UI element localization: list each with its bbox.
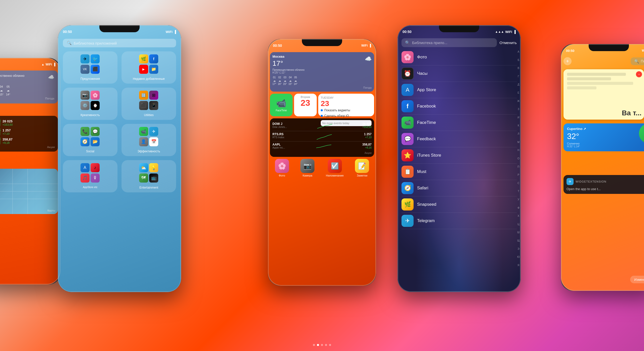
weather-widget-5: Cupertino ➚ 32° Солнечно H:31° L:14° ☀️ <box>564 123 644 151</box>
folder-label-8: Entertainment <box>139 186 158 189</box>
list-item-photos[interactable]: 🌸 Фото <box>401 49 517 65</box>
facebook-list-icon: f <box>401 100 414 112</box>
feedback-list-icon: 💬 <box>401 133 414 145</box>
dot-4[interactable] <box>325 344 327 346</box>
wifi-icon-2: WiFi <box>166 30 172 34</box>
search-text-4: Библиотека прило... <box>412 41 447 45</box>
folder-suggestions[interactable]: ✈ 🐦 VK ⬛ Предложения <box>63 51 117 84</box>
list-item-facetime[interactable]: 📹 FaceTime <box>401 115 517 131</box>
list-item-feedback[interactable]: 💬 Feedback <box>401 131 517 147</box>
must-list-name: Must <box>417 169 426 174</box>
feedback-list-name: Feedback <box>417 136 436 142</box>
reminders-icon-3[interactable]: ☑️ <box>328 159 342 173</box>
stock-change-1: +153,50 <box>3 123 13 126</box>
camera-icon-3[interactable]: 📷 <box>300 159 314 173</box>
calendar-num-3: 23 <box>301 98 310 107</box>
search-bar-5[interactable]: 🔍 Поиск <box>631 57 644 65</box>
icon-appstore-2: A <box>80 163 90 172</box>
folder-appstore[interactable]: A ♪ 🎵 🎙 AppStore etc <box>63 160 117 192</box>
time-2: 00:50 <box>63 30 72 34</box>
icon-files-2: 📂 <box>91 137 100 146</box>
plus-button-5[interactable]: + <box>564 57 572 65</box>
wifi-icon-4: WiFi <box>505 30 512 34</box>
folder-creativity[interactable]: 📷 🌸 ⚙️ ⌚ Креативность <box>63 88 117 120</box>
phone-5: 00:50 WiFi ▐ + 🔍 Поиск − Ва т... <box>561 44 644 291</box>
folder-social[interactable]: 📞 💬 🧭 📂 Social <box>63 124 117 156</box>
weather-desc-5: Солнечно <box>567 142 586 145</box>
dot-3[interactable] <box>321 344 323 346</box>
list-item-must[interactable]: 📋 Must <box>401 164 517 180</box>
notes-close-5[interactable]: − <box>636 71 642 77</box>
app-list-search-4[interactable]: 🔍 Библиотека прило... <box>401 38 497 47</box>
list-item-appstore[interactable]: A App Store <box>401 82 517 98</box>
cloud-icon-3: ☁️ <box>365 56 372 62</box>
reminders-label-3: Напоминания <box>326 174 344 177</box>
notch-2 <box>99 25 140 32</box>
telegram-widget-5: ✈ WIDGETEXTENSION Open the app to use t.… <box>564 175 644 194</box>
calendar-events-3: TUESDAY 23 Показать виджеты Сделать обзо… <box>318 94 374 116</box>
icon-util3: ⬛ <box>139 101 148 110</box>
list-item-telegram[interactable]: ✈ Telegram <box>401 213 517 229</box>
facetime-list-icon: 📹 <box>401 117 414 129</box>
app-library-search-2[interactable]: 🔍 Библиотека приложений <box>63 39 176 47</box>
weather-desc-3: Преимущественно облачно <box>272 68 372 71</box>
folder-label-1: Предложения <box>80 77 100 81</box>
folder-recent[interactable]: 🌿 f ▶ 📁 Недавно добавленные <box>122 51 176 84</box>
folder-entertainment[interactable]: ⛅ 💡 🗺 📺 Entertainment <box>122 160 176 192</box>
icon-photos-2: 🌸 <box>91 91 100 100</box>
weather-city-3: Москва <box>272 55 284 58</box>
icon-facetime-2: 📹 <box>139 127 148 136</box>
list-item-clock[interactable]: ⏰ Часы <box>401 65 517 82</box>
edit-button-5[interactable]: Изменить <box>630 276 644 283</box>
notes-icon-3[interactable]: 📝 <box>355 159 369 173</box>
icon-tv-2: 📺 <box>149 173 158 183</box>
icon-messages: 💬 <box>91 127 100 136</box>
list-item-itunes[interactable]: ⭐ iTunes Store <box>401 147 517 164</box>
folder-label-3: Креативность <box>80 113 100 117</box>
telegram-list-icon: ✈ <box>401 215 414 227</box>
stocks-footer-1: Акции <box>0 146 55 149</box>
folder-utilities[interactable]: 🔢 ⊞ ⬛ 📱 Utilities <box>122 88 176 120</box>
folder-productivity[interactable]: 📹 ✈ 👤 📅 Эффективность <box>122 124 176 156</box>
folder-label-6: Эффективность <box>137 150 160 153</box>
stock-val-2: 1 257 <box>3 128 11 132</box>
icon-music-2: 🎵 <box>80 173 90 183</box>
icon-calculator: 🔢 <box>139 91 148 100</box>
icon-blue4: ⬛ <box>91 65 100 74</box>
dot-5[interactable] <box>329 344 331 346</box>
icon-twitter: 🐦 <box>91 54 100 63</box>
alphabet-sidebar-4[interactable]: А Б В Г Д Е Ж З И К Л М Н О П Р С Т У Ф … <box>517 50 520 267</box>
stocks-widget-1: 26 025+153,50 1 257+7,10 358,87+9,18 Акц… <box>0 116 58 152</box>
icon-camera: 📷 <box>80 91 90 100</box>
icon-podcasts-2: 🎙 <box>91 173 100 183</box>
photos-list-icon: 🌸 <box>401 51 414 63</box>
stock-change-2: +7,10 <box>3 132 11 135</box>
weather-temp-3: 17° <box>272 59 284 67</box>
facetime-widget: 📹 FaceTime <box>270 94 293 116</box>
list-item-facebook[interactable]: f Facebook <box>401 98 517 115</box>
stock-val-1: 26 025 <box>3 119 13 123</box>
weather-hl-3: H:25° L:11° <box>272 71 372 74</box>
list-item-snapseed[interactable]: 🌿 Snapseed <box>401 196 517 213</box>
notch-4 <box>439 25 479 32</box>
search-text-2: Библиотека приложений <box>74 41 117 45</box>
wifi-icon-1: WiFi <box>46 63 52 66</box>
safari-list-name: Safari <box>417 186 428 191</box>
telegram-list-name: Telegram <box>417 218 435 223</box>
time-5: 00:50 <box>566 49 574 53</box>
tuesday-num-3: 23 <box>321 99 372 108</box>
folder-label-2: Недавно добавленные <box>133 77 165 81</box>
dot-1[interactable] <box>313 344 315 346</box>
snapseed-list-icon: 🌿 <box>401 198 414 210</box>
dot-2[interactable] <box>317 344 319 346</box>
list-item-safari[interactable]: 🧭 Safari <box>401 180 517 196</box>
folder-label-7: AppStore etc <box>83 186 98 189</box>
cloud-icon-1: ☁️ <box>48 74 54 80</box>
icon-snapseed: 🌿 <box>139 54 148 63</box>
photos-icon-3[interactable]: 🌸 <box>275 159 289 173</box>
clock-list-name: Часы <box>417 71 428 76</box>
cancel-btn-4[interactable]: Отменить <box>499 41 517 45</box>
app-library-2: 🔍 Библиотека приложений ✈ 🐦 VK ⬛ Предлож… <box>58 36 181 195</box>
notch-3 <box>302 39 342 46</box>
folder-label-4: Utilities <box>144 113 154 117</box>
